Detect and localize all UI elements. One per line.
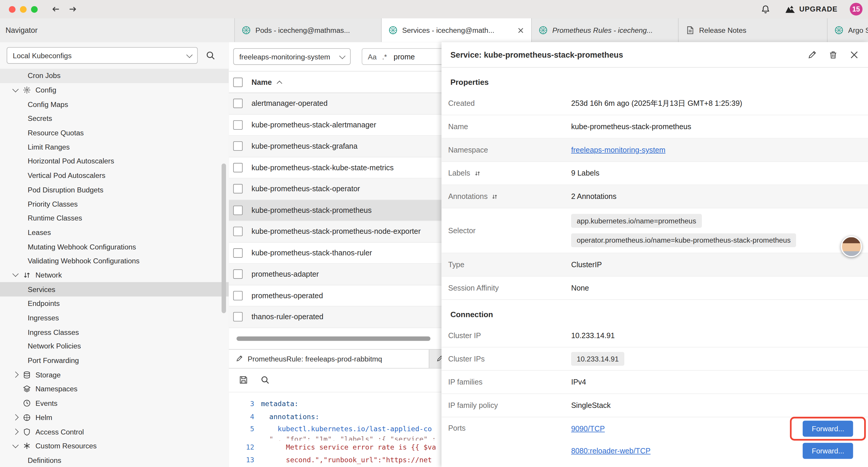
- editor-search-icon[interactable]: [260, 375, 270, 384]
- sidebar-scrollbar-thumb[interactable]: [222, 164, 226, 313]
- forward-icon[interactable]: [68, 4, 78, 14]
- namespace-filter-value: freeleaps-monitoring-system: [239, 52, 330, 61]
- kubeconfig-selector[interactable]: Local Kubeconfigs: [7, 47, 198, 63]
- row-checkbox[interactable]: [233, 142, 243, 151]
- row-checkbox[interactable]: [233, 163, 243, 172]
- window-titlebar: UPGRADE 15: [0, 0, 868, 19]
- sidebar-item-mutating-webhook-configurations[interactable]: Mutating Webhook Configurations: [0, 239, 229, 254]
- sort-icon[interactable]: [492, 193, 498, 200]
- drawer-row-name: Name kube-prometheus-stack-prometheus: [441, 115, 868, 139]
- close-icon[interactable]: [849, 50, 859, 60]
- layers-icon: [23, 385, 31, 393]
- sidebar-item-ingresses[interactable]: Ingresses: [0, 311, 229, 325]
- line-number: 4: [229, 412, 261, 420]
- sidebar-item-network-policies[interactable]: Network Policies: [0, 339, 229, 353]
- selector-chip: operator.prometheus.io/name=kube-prometh…: [571, 233, 796, 247]
- row-checkbox[interactable]: [233, 291, 243, 300]
- sidebar-item-cron-jobs[interactable]: Cron Jobs: [0, 69, 229, 83]
- upgrade-button[interactable]: UPGRADE: [785, 5, 838, 13]
- tab-release-notes[interactable]: Release Notes: [679, 18, 828, 42]
- sidebar-item-endpoints[interactable]: Endpoints: [0, 296, 229, 311]
- forward-button[interactable]: Forward...: [803, 420, 853, 436]
- sidebar-item-port-forwarding[interactable]: Port Forwarding: [0, 353, 229, 368]
- sidebar-item-namespaces[interactable]: Namespaces: [0, 382, 229, 396]
- select-all-checkbox[interactable]: [233, 78, 243, 87]
- row-checkbox[interactable]: [233, 269, 243, 279]
- kubernetes-icon: [242, 25, 251, 35]
- row-checkbox[interactable]: [233, 99, 243, 108]
- chevron-down-icon: [12, 271, 19, 277]
- sidebar-item-runtime-classes[interactable]: Runtime Classes: [0, 211, 229, 225]
- sidebar-item-definitions[interactable]: Definitions: [0, 453, 229, 467]
- tab-argo[interactable]: Argo Se: [828, 18, 868, 42]
- chevron-right-icon: [12, 414, 19, 420]
- port-link[interactable]: 8080:reloader-web/TCP: [571, 446, 651, 455]
- sidebar-item-horizontal-pod-autoscalers[interactable]: Horizontal Pod Autoscalers: [0, 154, 229, 168]
- drawer-row-annotations: Annotations 2 Annotations: [441, 185, 868, 208]
- sidebar-item-config-maps[interactable]: Config Maps: [0, 97, 229, 111]
- navigator-search-icon[interactable]: [206, 51, 216, 61]
- save-icon[interactable]: [239, 375, 248, 384]
- chevron-down-icon: [12, 86, 19, 92]
- sidebar-item-network[interactable]: Network: [0, 268, 229, 282]
- port-link[interactable]: 9090/TCP: [571, 424, 605, 432]
- app-window: UPGRADE 15 Navigator Pods - icecheng@mat…: [0, 0, 868, 467]
- sidebar-item-custom-resources[interactable]: Custom Resources: [0, 439, 229, 453]
- document-icon: [685, 25, 694, 35]
- drawer-row-labels: Labels 9 Labels: [441, 162, 868, 185]
- navigator-panel-header: Navigator: [0, 18, 235, 42]
- chevron-right-icon: [12, 429, 19, 435]
- drawer-row-ports: Ports 9090/TCP Forward... 8080:reloader-…: [441, 417, 868, 464]
- sidebar-item-helm[interactable]: Helm: [0, 410, 229, 425]
- match-case-toggle[interactable]: Aa: [368, 52, 377, 61]
- tab-services[interactable]: Services - icecheng@math...: [382, 18, 532, 42]
- forward-button[interactable]: Forward...: [803, 442, 853, 459]
- code-line: second.","runbook_url":"https://net: [261, 456, 432, 464]
- sidebar-item-priority-classes[interactable]: Priority Classes: [0, 197, 229, 211]
- sidebar-item-validating-webhook-configurations[interactable]: Validating Webhook Configurations: [0, 254, 229, 268]
- notification-count-badge[interactable]: 15: [850, 3, 862, 16]
- editor-tab-prometheusrule[interactable]: PrometheusRule: freeleaps-prod-rabbitmq: [229, 349, 429, 368]
- namespace-link[interactable]: freeleaps-monitoring-system: [571, 146, 665, 154]
- tab-pods[interactable]: Pods - icecheng@mathmas...: [235, 18, 382, 42]
- horizontal-scrollbar-thumb[interactable]: [237, 336, 430, 341]
- sidebar-item-ingress-classes[interactable]: Ingress Classes: [0, 325, 229, 339]
- row-checkbox[interactable]: [233, 312, 243, 322]
- close-tab-icon[interactable]: [517, 26, 524, 34]
- sidebar-item-events[interactable]: Events: [0, 396, 229, 410]
- sidebar-item-pod-disruption-budgets[interactable]: Pod Disruption Budgets: [0, 183, 229, 197]
- notifications-bell-icon[interactable]: [761, 4, 771, 14]
- sidebar-item-access-control[interactable]: Access Control: [0, 425, 229, 439]
- sidebar-item-config[interactable]: Config: [0, 83, 229, 97]
- row-checkbox[interactable]: [233, 248, 243, 258]
- column-header-name[interactable]: Name: [251, 78, 272, 86]
- sidebar-item-services[interactable]: Services: [0, 282, 229, 296]
- zoom-window-button[interactable]: [31, 6, 38, 13]
- sidebar-item-vertical-pod-autoscalers[interactable]: Vertical Pod Autoscalers: [0, 169, 229, 183]
- regex-toggle[interactable]: .*: [382, 52, 387, 61]
- presenter-avatar[interactable]: [841, 236, 862, 257]
- edit-icon[interactable]: [807, 50, 817, 60]
- back-icon[interactable]: [51, 4, 61, 14]
- close-window-button[interactable]: [9, 6, 16, 13]
- sort-icon[interactable]: [474, 170, 481, 177]
- sidebar-item-secrets[interactable]: Secrets: [0, 111, 229, 126]
- navigator-tree: Cron Jobs Config Config Maps Secrets Res…: [0, 69, 229, 467]
- row-checkbox[interactable]: [233, 205, 243, 215]
- row-checkbox[interactable]: [233, 184, 243, 194]
- section-title-properties: Properties: [441, 68, 868, 92]
- minimize-window-button[interactable]: [20, 6, 27, 13]
- sidebar-item-resource-quotas[interactable]: Resource Quotas: [0, 126, 229, 140]
- sidebar-item-limit-ranges[interactable]: Limit Ranges: [0, 140, 229, 154]
- tab-prometheus-rules[interactable]: Prometheus Rules - icecheng...: [532, 18, 679, 42]
- delete-icon[interactable]: [828, 50, 838, 60]
- namespace-filter-select[interactable]: freeleaps-monitoring-system: [233, 48, 351, 65]
- row-checkbox[interactable]: [233, 227, 243, 236]
- sidebar-item-leases[interactable]: Leases: [0, 225, 229, 239]
- storage-database-icon: [23, 371, 31, 379]
- line-number: 12: [229, 443, 261, 451]
- navigator-title: Navigator: [6, 26, 37, 34]
- row-checkbox[interactable]: [233, 120, 243, 129]
- chevron-down-icon: [12, 442, 19, 448]
- sidebar-item-storage[interactable]: Storage: [0, 368, 229, 382]
